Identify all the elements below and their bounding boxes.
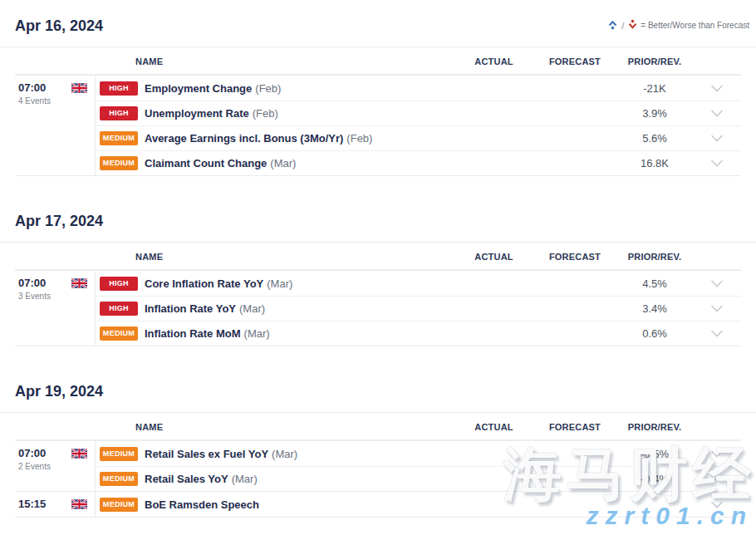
event-name: Claimant Count Change: [145, 157, 267, 169]
events-count: 3 Events: [18, 292, 87, 301]
event-time: 07:00: [18, 81, 46, 94]
event-period: (Mar): [239, 302, 265, 315]
table-header-row: NAME ACTUAL FORECAST PRIOR/REV.: [15, 243, 741, 271]
worse-than-forecast-icon: [627, 19, 638, 32]
legend-text: = Better/Worse than Forecast: [641, 21, 749, 30]
event-name-cell: HIGH Unemployment Rate (Feb): [96, 106, 454, 120]
event-name: Core Inflation Rate YoY: [145, 277, 263, 290]
event-period: (Feb): [255, 82, 281, 95]
uk-flag-icon: [71, 499, 87, 509]
calendar-day-section: Apr 17, 2024 NAME ACTUAL FORECAST PRIOR/…: [15, 176, 741, 346]
economic-calendar-page: / = Better/Worse than Forecast Apr 16, 2…: [0, 0, 756, 518]
chevron-down-icon[interactable]: [693, 492, 741, 517]
importance-badge: HIGH: [100, 106, 138, 120]
events-count: 4 Events: [18, 96, 87, 106]
importance-badge: HIGH: [100, 81, 138, 96]
uk-flag-icon: [71, 449, 87, 459]
importance-badge: HIGH: [100, 277, 138, 291]
importance-badge: MEDIUM: [100, 498, 138, 512]
event-time: 07:00: [18, 447, 46, 459]
prior-value: 5.6%: [616, 132, 693, 145]
importance-badge: MEDIUM: [100, 326, 138, 341]
chevron-down-icon[interactable]: [693, 271, 741, 296]
event-name: BoE Ramsden Speech: [145, 498, 259, 511]
importance-badge: MEDIUM: [100, 447, 138, 461]
groups-container: 07:00 2 Events MEDIUM Retail Sales ex Fu…: [15, 441, 741, 518]
time-group: 15:15 MEDIUM BoE Ramsden Speech: [15, 492, 741, 518]
calendar-day-section: Apr 19, 2024 NAME ACTUAL FORECAST PRIOR/…: [15, 346, 741, 518]
event-row[interactable]: HIGH Inflation Rate YoY (Mar) 3.4%: [96, 296, 741, 321]
uk-flag-icon: [71, 83, 87, 93]
event-name: Retail Sales YoY: [145, 473, 228, 485]
event-period: (Feb): [253, 107, 278, 120]
prior-value: 4.5%: [616, 277, 693, 290]
event-name-cell: MEDIUM Inflation Rate MoM (Mar): [96, 326, 454, 341]
events-count: 2 Events: [18, 462, 87, 471]
event-row[interactable]: HIGH Unemployment Rate (Feb) 3.9%: [96, 101, 741, 125]
importance-badge: MEDIUM: [100, 131, 138, 145]
prior-value: -0.5%: [616, 448, 693, 460]
events-container: HIGH Employment Change (Feb) -21K HIGH U…: [96, 76, 741, 175]
chevron-down-icon[interactable]: [693, 126, 741, 150]
chevron-down-icon[interactable]: [693, 441, 741, 466]
table-header-row: NAME ACTUAL FORECAST PRIOR/REV.: [15, 413, 741, 441]
event-row[interactable]: MEDIUM Inflation Rate MoM (Mar) 0.6%: [96, 321, 741, 346]
event-name: Average Earnings incl. Bonus (3Mo/Yr): [145, 132, 343, 145]
column-header-prior: PRIOR/REV.: [616, 422, 693, 432]
event-name: Unemployment Rate: [145, 107, 249, 120]
time-cell: 15:15: [15, 492, 96, 517]
events-table: NAME ACTUAL FORECAST PRIOR/REV. 07:00: [15, 243, 741, 346]
prior-value: -21K: [616, 82, 693, 95]
time-group: 07:00 2 Events MEDIUM Retail Sales ex Fu…: [15, 441, 741, 492]
legend: / = Better/Worse than Forecast: [607, 19, 749, 32]
event-row[interactable]: MEDIUM BoE Ramsden Speech: [96, 492, 741, 517]
column-header-name: NAME: [96, 252, 454, 262]
chevron-down-icon[interactable]: [693, 101, 741, 125]
event-name-cell: MEDIUM Average Earnings incl. Bonus (3Mo…: [96, 131, 454, 145]
groups-container: 07:00 4 Events HIGH Employment Change (F…: [15, 76, 741, 176]
event-name-cell: MEDIUM Claimant Count Change (Mar): [96, 156, 454, 170]
column-header-prior: PRIOR/REV.: [616, 252, 693, 262]
column-header-actual: ACTUAL: [454, 252, 533, 262]
event-name-cell: MEDIUM Retail Sales ex Fuel YoY (Mar): [96, 447, 454, 461]
event-time: 15:15: [18, 498, 46, 510]
column-header-forecast: FORECAST: [533, 252, 616, 262]
event-name: Inflation Rate MoM: [145, 327, 241, 340]
date-heading: Apr 17, 2024: [15, 176, 741, 242]
events-container: MEDIUM Retail Sales ex Fuel YoY (Mar) -0…: [96, 441, 741, 491]
event-row[interactable]: MEDIUM Retail Sales ex Fuel YoY (Mar) -0…: [96, 441, 741, 466]
prior-value: -0.4%: [616, 473, 693, 485]
chevron-down-icon[interactable]: [693, 76, 741, 101]
time-group: 07:00 3 Events HIGH Core Inflation Rate …: [15, 271, 741, 346]
events-container: MEDIUM BoE Ramsden Speech: [96, 492, 741, 517]
event-name: Inflation Rate YoY: [145, 302, 236, 315]
event-row[interactable]: HIGH Employment Change (Feb) -21K: [96, 76, 741, 101]
event-row[interactable]: HIGH Core Inflation Rate YoY (Mar) 4.5%: [96, 271, 741, 296]
event-row[interactable]: MEDIUM Claimant Count Change (Mar) 16.8K: [96, 150, 741, 175]
event-name-cell: HIGH Inflation Rate YoY (Mar): [96, 302, 454, 316]
event-period: (Mar): [272, 448, 297, 460]
column-header-forecast: FORECAST: [533, 422, 616, 432]
event-time: 07:00: [18, 277, 46, 289]
column-header-actual: ACTUAL: [454, 56, 533, 66]
event-row[interactable]: MEDIUM Average Earnings incl. Bonus (3Mo…: [96, 125, 741, 150]
chevron-down-icon[interactable]: [693, 151, 741, 175]
time-cell: 07:00 4 Events: [15, 76, 96, 175]
chevron-down-icon[interactable]: [693, 467, 741, 491]
date-heading: Apr 19, 2024: [15, 346, 741, 412]
event-period: (Mar): [232, 473, 258, 485]
column-header-prior: PRIOR/REV.: [616, 56, 693, 66]
uk-flag-icon: [71, 278, 87, 288]
event-row[interactable]: MEDIUM Retail Sales YoY (Mar) -0.4%: [96, 466, 741, 491]
prior-value: 0.6%: [616, 327, 693, 340]
groups-container: 07:00 3 Events HIGH Core Inflation Rate …: [15, 271, 741, 346]
prior-value: 3.9%: [616, 107, 693, 120]
importance-badge: MEDIUM: [100, 156, 138, 170]
prior-value: 16.8K: [616, 157, 693, 169]
chevron-down-icon[interactable]: [693, 297, 741, 321]
time-cell: 07:00 3 Events: [15, 271, 96, 346]
chevron-down-icon[interactable]: [693, 321, 741, 346]
events-table: NAME ACTUAL FORECAST PRIOR/REV. 07:00: [15, 413, 741, 518]
column-header-name: NAME: [96, 422, 454, 432]
importance-badge: MEDIUM: [100, 472, 138, 486]
